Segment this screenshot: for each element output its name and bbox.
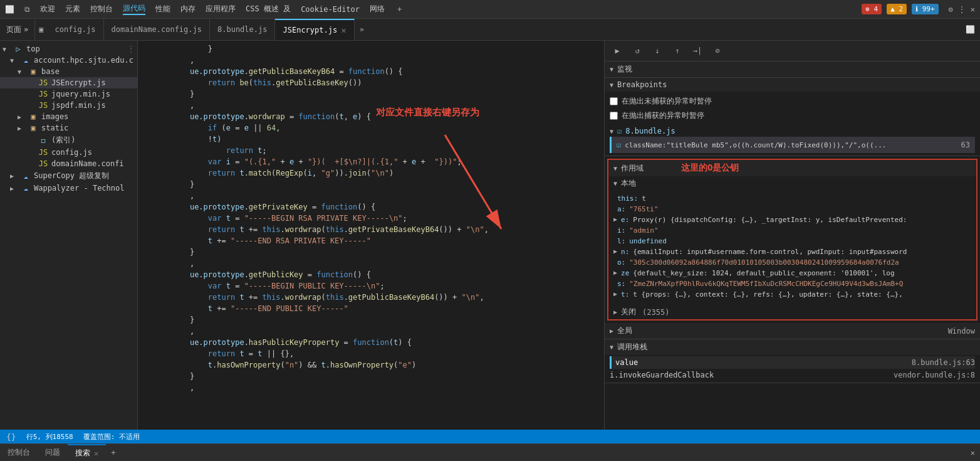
code-line: ,	[138, 190, 604, 201]
warning-badge: ▲ 2	[887, 4, 907, 14]
tree-item-top[interactable]: ▼ ▷ top ⋮	[0, 43, 137, 55]
folder-icon: ▣	[28, 112, 39, 121]
tree-item-wappalyzer[interactable]: ▶ ☁ Wappalyzer - Technol	[0, 183, 137, 194]
tab-label: 控制台	[8, 447, 30, 458]
menu-item-console[interactable]: 控制台	[90, 4, 113, 14]
code-line: return be(this.getPublicBaseKey())	[138, 77, 604, 88]
tree-item-config[interactable]: JS config.js	[0, 147, 137, 158]
call-name: i.invokeGuardedCallback	[610, 371, 894, 379]
tab-label: JSEncrypt.js	[283, 26, 337, 34]
breakpoints-header[interactable]: ▼ Breakpoints	[605, 78, 980, 92]
call-name: value	[615, 358, 912, 367]
menu-item-memory[interactable]: 内存	[180, 4, 195, 14]
deactivate-btn[interactable]: ⊘	[710, 43, 725, 58]
tab-label: 8.bundle.js	[217, 25, 267, 34]
menu-item-sources[interactable]: 源代码	[123, 3, 145, 15]
bottom-tab-problems[interactable]: 问题	[38, 444, 68, 461]
code-line: var t = "-----BEGIN PUBLIC KEY-----\n";	[138, 280, 604, 292]
step-into-btn[interactable]: ↓	[650, 43, 665, 58]
tree-item-index[interactable]: ◻ (索引)	[0, 134, 137, 147]
menu-item-application[interactable]: 应用程序	[206, 4, 236, 14]
tree-item-static[interactable]: ▶ ▣ static	[0, 122, 137, 134]
code-line: var t = "-----BEGIN RSA PRIVATE KEY-----…	[138, 213, 604, 224]
menu-item-cookie[interactable]: Cookie-Editor	[301, 5, 360, 14]
code-line: ,	[138, 326, 604, 337]
scope-key: e:	[621, 216, 629, 224]
tab-close-icon[interactable]: ✕	[341, 26, 346, 34]
scope-val: "ZmeZNrMaXpfP0hlRuv6kQKqTEWM5fIbXuDcRSMc…	[629, 280, 903, 288]
callstack-item-invoke[interactable]: i.invokeGuardedCallback vendor.bundle.js…	[610, 369, 975, 381]
close-section-header[interactable]: ▶ 关闭 (2355)	[608, 305, 976, 319]
menu-item-network[interactable]: 网络	[370, 4, 385, 14]
monitor-header[interactable]: ▼ 监视	[605, 61, 980, 77]
callstack-item-value[interactable]: value 8.bundle.js:63	[610, 356, 975, 369]
scope-key: o:	[617, 258, 625, 267]
code-body[interactable]: } , ue.prototype.getPublicBaseKeyB64 = f…	[138, 41, 604, 430]
error-badge: ⊗ 4	[862, 4, 882, 14]
scope-item-n[interactable]: ▶ n: {emailInput: input#username.form-co…	[613, 246, 971, 257]
tree-item-images[interactable]: ▶ ▣ images	[0, 111, 137, 122]
step-over-btn[interactable]: ↺	[630, 43, 645, 58]
scope-val: t	[642, 194, 646, 203]
expand-icon[interactable]: ▶	[613, 290, 617, 297]
global-header[interactable]: ▶ 全局 Window	[605, 323, 980, 339]
code-line: return t = t || {},	[138, 348, 604, 359]
tree-item-base[interactable]: ▼ ▣ base	[0, 66, 137, 77]
scope-item-e[interactable]: ▶ e: Proxy(r) {dispatchConfig: {…}, _tar…	[613, 215, 971, 225]
menu-item-perf[interactable]: 性能	[155, 4, 170, 14]
bundle-file-header[interactable]: ▼ ☑ 8.bundle.js	[610, 125, 975, 137]
expand-icon[interactable]: ▶	[613, 269, 617, 276]
local-section-header[interactable]: ▼ 本地	[608, 176, 976, 191]
tab-section-pages[interactable]: 页面 »	[0, 19, 35, 40]
tab-domainname[interactable]: domainName.config.js	[104, 19, 211, 40]
file-tree-content: ▼ ▷ top ⋮ ▼ ☁ account.hpc.sjtu.edu.c ▼ ▣…	[0, 41, 137, 430]
code-line: t.hasOwnProperty("n") && t.hasOwnPropert…	[138, 359, 604, 371]
scope-key: ze	[621, 269, 629, 277]
menu-item-css[interactable]: CSS 概述 及	[246, 4, 291, 14]
tree-item-jsencrypt[interactable]: JS JSEncrypt.js	[0, 77, 137, 88]
scope-annotation: 这里的O是公钥	[681, 162, 739, 174]
tab-overflow[interactable]: »	[355, 19, 369, 40]
menu-add-icon[interactable]: +	[397, 5, 402, 14]
scope-section: ▼ 作用域 这里的O是公钥 ▼ 本地 this: t	[607, 159, 977, 321]
tree-item-account[interactable]: ▼ ☁ account.hpc.sjtu.edu.c	[0, 55, 137, 66]
bottom-tab-console[interactable]: 控制台	[0, 444, 38, 461]
tree-item-jquery[interactable]: JS jquery.min.js	[0, 88, 137, 100]
info-badge: ℹ 99+	[912, 4, 939, 14]
close-panel-btn[interactable]: ✕	[966, 444, 980, 461]
resume-btn[interactable]: ▶	[610, 43, 625, 58]
bottom-tab-search[interactable]: 搜索 ✕	[68, 444, 106, 461]
tab-close-icon[interactable]: ✕	[94, 449, 98, 458]
more-icon[interactable]: ⋮	[127, 45, 135, 53]
code-line: }	[138, 246, 604, 258]
expand-icon[interactable]: ⬜	[966, 25, 975, 34]
tab-8bundle[interactable]: 8.bundle.js	[210, 19, 275, 40]
close-icon[interactable]: ✕	[971, 5, 975, 14]
breakpoint-active-item[interactable]: ☑ className:"titleBule mb5",o((h.count/W…	[610, 137, 975, 153]
menu-item-elements[interactable]: 元素	[65, 4, 80, 14]
breakpoint-line: 63	[961, 140, 970, 149]
menu-item-welcome[interactable]: 欢迎	[40, 4, 55, 14]
arrow-icon: ▼	[613, 165, 617, 172]
callstack-header[interactable]: ▼ 调用堆栈	[605, 339, 980, 355]
checkbox-caught[interactable]: 在抛出捕获的异常时暂停	[610, 109, 975, 123]
expand-icon[interactable]: ▶	[613, 248, 617, 255]
step-out-btn[interactable]: ↑	[670, 43, 685, 58]
tab-config[interactable]: config.js	[47, 19, 103, 40]
expand-icon[interactable]: ▶	[613, 216, 617, 223]
more-icon[interactable]: ⋮	[958, 5, 966, 14]
arrow-icon: ▼	[18, 68, 28, 75]
scope-item-t[interactable]: ▶ t: t {props: {…}, context: {…}, refs: …	[613, 289, 971, 300]
tree-item-domainname[interactable]: JS domainName.confi	[0, 158, 137, 169]
add-tab-btn[interactable]: +	[106, 444, 120, 461]
callstack-label: 调用堆栈	[617, 342, 647, 352]
tree-item-supercopy[interactable]: ▶ ☁ SuperCopy 超级复制	[0, 169, 137, 183]
tab-actions[interactable]: ▣	[35, 19, 47, 40]
scope-header[interactable]: ▼ 作用域 这里的O是公钥	[608, 160, 976, 176]
tab-jsencrypt[interactable]: JSEncrypt.js ✕	[275, 19, 354, 40]
scope-item-ze[interactable]: ▶ ze {default_key_size: 1024, default_pu…	[613, 268, 971, 278]
step-btn[interactable]: →|	[690, 43, 705, 58]
checkbox-uncaught[interactable]: 在抛出未捕获的异常时暂停	[610, 94, 975, 109]
tree-item-jspdf[interactable]: JS jspdf.min.js	[0, 100, 137, 111]
tree-label: images	[41, 112, 135, 121]
